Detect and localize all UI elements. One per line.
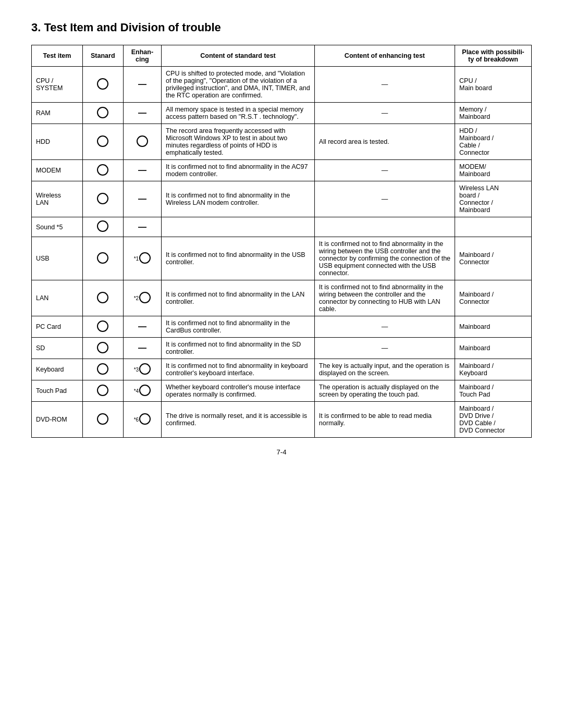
standard-cell [82, 237, 123, 280]
content-std-cell: CPU is shifted to protected mode, and "V… [162, 67, 315, 103]
content-enh-cell: All record area is tested. [314, 124, 455, 160]
content-std-cell: It is confirmed not to find abnormality … [162, 338, 315, 359]
standard-cell [82, 316, 123, 338]
place-cell: Mainboard /Connector [455, 237, 532, 280]
content-enh-cell: It is confirmed not to find abnormality … [314, 237, 455, 280]
content-enh-cell: It is confirmed to be able to read media… [314, 402, 455, 438]
place-cell: Mainboard [455, 316, 532, 338]
enhancing-cell: — [123, 160, 161, 181]
enhancing-cell: *1 [123, 237, 161, 280]
place-cell: MODEM/Mainboard [455, 160, 532, 181]
content-std-cell: It is confirmed not to find abnormality … [162, 316, 315, 338]
content-enh-cell: — [314, 338, 455, 359]
content-std-cell: All memory space is tested in a special … [162, 103, 315, 124]
place-cell: Memory /Mainboard [455, 103, 532, 124]
content-std-cell: Whether keyboard controller's mouse inte… [162, 380, 315, 402]
place-cell [455, 217, 532, 237]
standard-cell [82, 217, 123, 237]
page-number: 7-4 [31, 448, 532, 456]
test-item-cell: Touch Pad [32, 380, 83, 402]
place-cell: Mainboard /Connector [455, 280, 532, 316]
content-std-cell: The drive is normally reset, and it is a… [162, 402, 315, 438]
place-cell: Mainboard /Touch Pad [455, 380, 532, 402]
standard-cell [82, 124, 123, 160]
content-enh-cell: — [314, 103, 455, 124]
place-cell: Wireless LANboard /Connector /Mainboard [455, 181, 532, 217]
enhancing-cell: *2 [123, 280, 161, 316]
enhancing-cell: — [123, 316, 161, 338]
page-title: 3. Test Item and Division of trouble [31, 21, 532, 34]
standard-cell [82, 359, 123, 380]
standard-cell [82, 160, 123, 181]
test-item-cell: WirelessLAN [32, 181, 83, 217]
header-test-item: Test item [32, 45, 83, 67]
content-enh-cell: — [314, 160, 455, 181]
test-item-cell: HDD [32, 124, 83, 160]
enhancing-cell: *4 [123, 380, 161, 402]
content-std-cell [162, 217, 315, 237]
enhancing-cell: — [123, 103, 161, 124]
header-standard: Stanard [82, 45, 123, 67]
test-item-cell: RAM [32, 103, 83, 124]
content-enh-cell: The operation is actually displayed on t… [314, 380, 455, 402]
enhancing-cell [123, 124, 161, 160]
place-cell: Mainboard /DVD Drive /DVD Cable /DVD Con… [455, 402, 532, 438]
enhancing-cell: *6 [123, 402, 161, 438]
place-cell: Mainboard [455, 338, 532, 359]
standard-cell [82, 103, 123, 124]
standard-cell [82, 67, 123, 103]
header-content-enh: Content of enhancing test [314, 45, 455, 67]
content-enh-cell: — [314, 181, 455, 217]
test-item-cell: USB [32, 237, 83, 280]
content-enh-cell: The key is actually input, and the opera… [314, 359, 455, 380]
enhancing-cell: — [123, 338, 161, 359]
content-enh-cell: It is confirmed not to find abnormality … [314, 280, 455, 316]
header-enhancing: Enhan-cing [123, 45, 161, 67]
content-std-cell: It is confirmed not to find abnormality … [162, 359, 315, 380]
header-place: Place with possibili-ty of breakdown [455, 45, 532, 67]
standard-cell [82, 280, 123, 316]
content-enh-cell [314, 217, 455, 237]
content-std-cell: It is confirmed not to find abnormality … [162, 280, 315, 316]
header-content-std: Content of standard test [162, 45, 315, 67]
content-enh-cell: — [314, 67, 455, 103]
standard-cell [82, 181, 123, 217]
test-item-cell: PC Card [32, 316, 83, 338]
content-std-cell: It is confirmed not to find abnormality … [162, 160, 315, 181]
standard-cell [82, 338, 123, 359]
enhancing-cell: — [123, 217, 161, 237]
place-cell: Mainboard /Keyboard [455, 359, 532, 380]
standard-cell [82, 402, 123, 438]
content-enh-cell: — [314, 316, 455, 338]
test-item-cell: SD [32, 338, 83, 359]
enhancing-cell: *3 [123, 359, 161, 380]
content-std-cell: It is confirmed not to find abnormality … [162, 237, 315, 280]
content-std-cell: It is confirmed not to find abnormality … [162, 181, 315, 217]
test-item-cell: Sound *5 [32, 217, 83, 237]
standard-cell [82, 380, 123, 402]
test-item-cell: LAN [32, 280, 83, 316]
test-table: Test item Stanard Enhan-cing Content of … [31, 45, 532, 438]
place-cell: CPU /Main board [455, 67, 532, 103]
test-item-cell: Keyboard [32, 359, 83, 380]
enhancing-cell: — [123, 67, 161, 103]
test-item-cell: CPU /SYSTEM [32, 67, 83, 103]
test-item-cell: MODEM [32, 160, 83, 181]
enhancing-cell: — [123, 181, 161, 217]
content-std-cell: The record area frequently accessed with… [162, 124, 315, 160]
test-item-cell: DVD-ROM [32, 402, 83, 438]
place-cell: HDD /Mainboard /Cable /Connector [455, 124, 532, 160]
